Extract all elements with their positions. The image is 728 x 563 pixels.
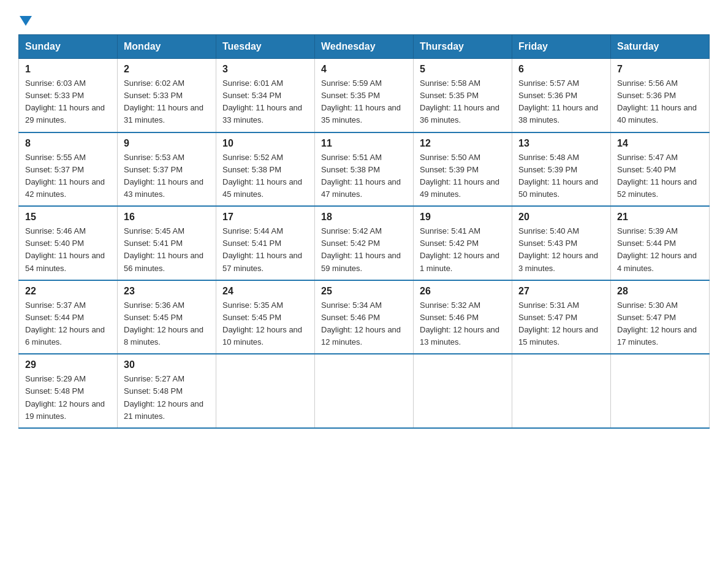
- table-row: 18 Sunrise: 5:42 AM Sunset: 5:42 PM Dayl…: [315, 206, 414, 280]
- logo: [18, 12, 32, 28]
- table-row: 23 Sunrise: 5:36 AM Sunset: 5:45 PM Dayl…: [118, 280, 216, 354]
- day-info: Sunrise: 5:47 AM Sunset: 5:40 PM Dayligh…: [617, 151, 703, 201]
- col-saturday: Saturday: [611, 35, 710, 59]
- table-row: [611, 354, 710, 428]
- page-header: [18, 12, 710, 28]
- table-row: [216, 354, 315, 428]
- table-row: 25 Sunrise: 5:34 AM Sunset: 5:46 PM Dayl…: [315, 280, 414, 354]
- day-number: 25: [321, 286, 407, 297]
- day-info: Sunrise: 5:31 AM Sunset: 5:47 PM Dayligh…: [518, 299, 604, 349]
- day-number: 7: [617, 64, 703, 75]
- day-number: 24: [222, 286, 308, 297]
- table-row: 10 Sunrise: 5:52 AM Sunset: 5:38 PM Dayl…: [216, 132, 315, 207]
- day-number: 3: [222, 64, 308, 75]
- table-row: 11 Sunrise: 5:51 AM Sunset: 5:38 PM Dayl…: [315, 132, 414, 207]
- day-number: 13: [518, 138, 604, 149]
- day-info: Sunrise: 5:34 AM Sunset: 5:46 PM Dayligh…: [321, 299, 407, 349]
- day-info: Sunrise: 5:37 AM Sunset: 5:44 PM Dayligh…: [25, 299, 111, 349]
- day-info: Sunrise: 6:01 AM Sunset: 5:34 PM Dayligh…: [222, 77, 308, 127]
- table-row: 14 Sunrise: 5:47 AM Sunset: 5:40 PM Dayl…: [611, 132, 710, 207]
- col-friday: Friday: [512, 35, 611, 59]
- day-info: Sunrise: 5:52 AM Sunset: 5:38 PM Dayligh…: [222, 151, 308, 201]
- table-row: 17 Sunrise: 5:44 AM Sunset: 5:41 PM Dayl…: [216, 206, 315, 280]
- table-row: [414, 354, 512, 428]
- day-info: Sunrise: 5:50 AM Sunset: 5:39 PM Dayligh…: [420, 151, 506, 201]
- day-number: 2: [124, 64, 210, 75]
- calendar-week-row: 29 Sunrise: 5:29 AM Sunset: 5:48 PM Dayl…: [19, 354, 710, 428]
- table-row: 12 Sunrise: 5:50 AM Sunset: 5:39 PM Dayl…: [414, 132, 512, 207]
- day-info: Sunrise: 5:36 AM Sunset: 5:45 PM Dayligh…: [124, 299, 210, 349]
- day-number: 22: [25, 286, 111, 297]
- day-number: 15: [25, 212, 111, 223]
- table-row: 28 Sunrise: 5:30 AM Sunset: 5:47 PM Dayl…: [611, 280, 710, 354]
- day-info: Sunrise: 5:56 AM Sunset: 5:36 PM Dayligh…: [617, 77, 703, 127]
- day-info: Sunrise: 5:35 AM Sunset: 5:45 PM Dayligh…: [222, 299, 308, 349]
- day-number: 29: [25, 359, 111, 370]
- day-info: Sunrise: 5:27 AM Sunset: 5:48 PM Dayligh…: [124, 373, 210, 423]
- day-number: 8: [25, 138, 111, 149]
- day-number: 18: [321, 212, 407, 223]
- calendar-week-row: 8 Sunrise: 5:55 AM Sunset: 5:37 PM Dayli…: [19, 132, 710, 207]
- day-info: Sunrise: 5:32 AM Sunset: 5:46 PM Dayligh…: [420, 299, 506, 349]
- day-number: 14: [617, 138, 703, 149]
- day-number: 26: [420, 286, 506, 297]
- calendar-table: Sunday Monday Tuesday Wednesday Thursday…: [18, 34, 710, 429]
- day-number: 10: [222, 138, 308, 149]
- table-row: 9 Sunrise: 5:53 AM Sunset: 5:37 PM Dayli…: [118, 132, 216, 207]
- calendar-week-row: 15 Sunrise: 5:46 AM Sunset: 5:40 PM Dayl…: [19, 206, 710, 280]
- table-row: 4 Sunrise: 5:59 AM Sunset: 5:35 PM Dayli…: [315, 59, 414, 132]
- table-row: 26 Sunrise: 5:32 AM Sunset: 5:46 PM Dayl…: [414, 280, 512, 354]
- col-monday: Monday: [118, 35, 216, 59]
- col-thursday: Thursday: [414, 35, 512, 59]
- day-info: Sunrise: 5:46 AM Sunset: 5:40 PM Dayligh…: [25, 225, 111, 275]
- day-info: Sunrise: 5:55 AM Sunset: 5:37 PM Dayligh…: [25, 151, 111, 201]
- day-info: Sunrise: 5:39 AM Sunset: 5:44 PM Dayligh…: [617, 225, 703, 275]
- day-number: 20: [518, 212, 604, 223]
- day-info: Sunrise: 5:40 AM Sunset: 5:43 PM Dayligh…: [518, 225, 604, 275]
- col-sunday: Sunday: [19, 35, 118, 59]
- table-row: 29 Sunrise: 5:29 AM Sunset: 5:48 PM Dayl…: [19, 354, 118, 428]
- day-info: Sunrise: 5:29 AM Sunset: 5:48 PM Dayligh…: [25, 373, 111, 423]
- calendar-week-row: 1 Sunrise: 6:03 AM Sunset: 5:33 PM Dayli…: [19, 59, 710, 132]
- day-number: 1: [25, 64, 111, 75]
- day-number: 21: [617, 212, 703, 223]
- table-row: 22 Sunrise: 5:37 AM Sunset: 5:44 PM Dayl…: [19, 280, 118, 354]
- calendar-week-row: 22 Sunrise: 5:37 AM Sunset: 5:44 PM Dayl…: [19, 280, 710, 354]
- table-row: 27 Sunrise: 5:31 AM Sunset: 5:47 PM Dayl…: [512, 280, 611, 354]
- logo-triangle-icon: [20, 16, 32, 26]
- table-row: 6 Sunrise: 5:57 AM Sunset: 5:36 PM Dayli…: [512, 59, 611, 132]
- table-row: 1 Sunrise: 6:03 AM Sunset: 5:33 PM Dayli…: [19, 59, 118, 132]
- table-row: 3 Sunrise: 6:01 AM Sunset: 5:34 PM Dayli…: [216, 59, 315, 132]
- table-row: 7 Sunrise: 5:56 AM Sunset: 5:36 PM Dayli…: [611, 59, 710, 132]
- day-number: 4: [321, 64, 407, 75]
- day-info: Sunrise: 5:48 AM Sunset: 5:39 PM Dayligh…: [518, 151, 604, 201]
- day-number: 17: [222, 212, 308, 223]
- day-number: 30: [124, 359, 210, 370]
- day-info: Sunrise: 5:59 AM Sunset: 5:35 PM Dayligh…: [321, 77, 407, 127]
- table-row: 15 Sunrise: 5:46 AM Sunset: 5:40 PM Dayl…: [19, 206, 118, 280]
- table-row: 2 Sunrise: 6:02 AM Sunset: 5:33 PM Dayli…: [118, 59, 216, 132]
- col-tuesday: Tuesday: [216, 35, 315, 59]
- day-info: Sunrise: 5:30 AM Sunset: 5:47 PM Dayligh…: [617, 299, 703, 349]
- table-row: 19 Sunrise: 5:41 AM Sunset: 5:42 PM Dayl…: [414, 206, 512, 280]
- day-info: Sunrise: 5:41 AM Sunset: 5:42 PM Dayligh…: [420, 225, 506, 275]
- col-wednesday: Wednesday: [315, 35, 414, 59]
- day-info: Sunrise: 5:42 AM Sunset: 5:42 PM Dayligh…: [321, 225, 407, 275]
- day-number: 16: [124, 212, 210, 223]
- table-row: 24 Sunrise: 5:35 AM Sunset: 5:45 PM Dayl…: [216, 280, 315, 354]
- day-number: 6: [518, 64, 604, 75]
- day-info: Sunrise: 5:57 AM Sunset: 5:36 PM Dayligh…: [518, 77, 604, 127]
- day-number: 28: [617, 286, 703, 297]
- table-row: 20 Sunrise: 5:40 AM Sunset: 5:43 PM Dayl…: [512, 206, 611, 280]
- day-number: 23: [124, 286, 210, 297]
- day-info: Sunrise: 6:02 AM Sunset: 5:33 PM Dayligh…: [124, 77, 210, 127]
- day-info: Sunrise: 6:03 AM Sunset: 5:33 PM Dayligh…: [25, 77, 111, 127]
- table-row: 30 Sunrise: 5:27 AM Sunset: 5:48 PM Dayl…: [118, 354, 216, 428]
- table-row: 13 Sunrise: 5:48 AM Sunset: 5:39 PM Dayl…: [512, 132, 611, 207]
- day-info: Sunrise: 5:44 AM Sunset: 5:41 PM Dayligh…: [222, 225, 308, 275]
- day-info: Sunrise: 5:45 AM Sunset: 5:41 PM Dayligh…: [124, 225, 210, 275]
- table-row: [315, 354, 414, 428]
- day-number: 12: [420, 138, 506, 149]
- table-row: 5 Sunrise: 5:58 AM Sunset: 5:35 PM Dayli…: [414, 59, 512, 132]
- day-info: Sunrise: 5:51 AM Sunset: 5:38 PM Dayligh…: [321, 151, 407, 201]
